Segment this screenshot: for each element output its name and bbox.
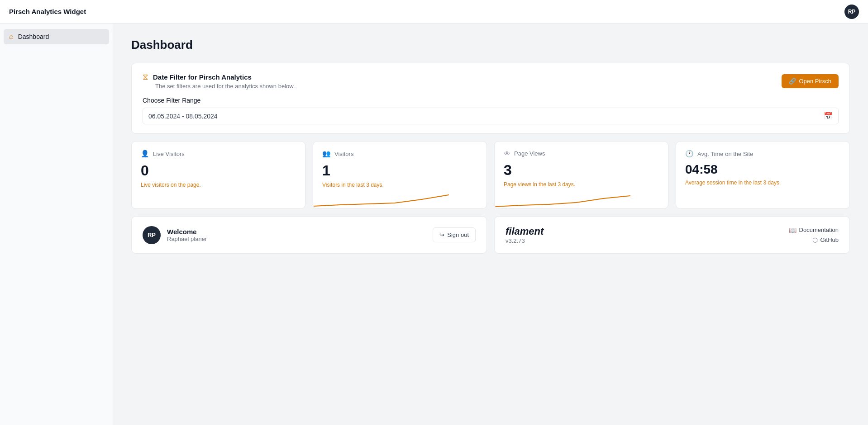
visitors-chart <box>313 190 449 208</box>
stat-label-row-visitors: 👥 Visitors <box>322 150 477 158</box>
filter-card-subtitle: The set filters are used for the analyti… <box>155 83 295 90</box>
calendar-icon: 📅 <box>824 112 833 120</box>
filament-link-documentation[interactable]: 📖 Documentation <box>789 227 839 234</box>
people-icon: 👥 <box>322 150 331 158</box>
app-title: Pirsch Analytics Widget <box>9 8 86 15</box>
stat-label-row-avgtime: 🕐 Avg. Time on the Site <box>685 150 840 158</box>
filament-version: v3.2.73 <box>506 237 544 244</box>
documentation-label: Documentation <box>799 227 839 233</box>
filament-links: 📖 Documentation ⬡ GitHub <box>789 227 839 244</box>
stat-label-visitors: Visitors <box>334 151 353 157</box>
welcome-text: Welcome Raphael planer <box>167 228 207 242</box>
bottom-row: RP Welcome Raphael planer ↪ Sign out fil… <box>131 216 850 254</box>
filter-title-row: ⧖ Date Filter for Pirsch Analytics <box>143 72 295 82</box>
date-input-row[interactable]: 06.05.2024 - 08.05.2024 📅 <box>143 108 839 124</box>
signout-button[interactable]: ↪ Sign out <box>433 227 476 242</box>
welcome-avatar: RP <box>143 226 161 244</box>
welcome-left: RP Welcome Raphael planer <box>143 226 207 244</box>
stat-value-pageviews: 3 <box>504 162 659 179</box>
user-avatar: RP <box>844 5 859 19</box>
sidebar: ⌂ Dashboard <box>0 24 113 425</box>
filament-card: filament v3.2.73 📖 Documentation ⬡ GitHu… <box>494 216 850 254</box>
github-icon: ⬡ <box>812 236 818 244</box>
person-icon: 👤 <box>141 150 149 158</box>
main-content: Dashboard ⧖ Date Filter for Pirsch Analy… <box>113 24 868 425</box>
stat-value-visitors: 1 <box>322 162 477 179</box>
filament-link-github[interactable]: ⬡ GitHub <box>812 236 839 244</box>
link-icon: 🔗 <box>789 78 796 85</box>
filter-title-block: ⧖ Date Filter for Pirsch Analytics The s… <box>143 72 295 90</box>
stat-card-avg-time: 🕐 Avg. Time on the Site 04:58 Average se… <box>676 141 850 209</box>
stat-card-visitors: 👥 Visitors 1 Visitors in the last 3 days… <box>313 141 487 209</box>
stat-label-pageviews: Page Views <box>514 150 545 157</box>
layout: ⌂ Dashboard Dashboard ⧖ Date Filter for … <box>0 0 868 425</box>
filter-card-header: ⧖ Date Filter for Pirsch Analytics The s… <box>143 72 839 90</box>
open-pirsch-label: Open Pirsch <box>799 78 831 85</box>
stat-value-live: 0 <box>141 162 296 179</box>
stat-card-live-visitors: 👤 Live Visitors 0 Live visitors on the p… <box>131 141 305 209</box>
welcome-card: RP Welcome Raphael planer ↪ Sign out <box>131 216 487 254</box>
stat-desc-live: Live visitors on the page. <box>141 182 296 188</box>
book-icon: 📖 <box>789 227 796 234</box>
date-value: 06.05.2024 - 08.05.2024 <box>148 113 218 120</box>
stat-card-page-views: 👁 Page Views 3 Page views in the last 3 … <box>494 141 668 209</box>
signout-label: Sign out <box>447 231 469 238</box>
stat-desc-avgtime: Average session time in the last 3 days. <box>685 179 840 186</box>
filter-range-label: Choose Filter Range <box>143 97 839 104</box>
clock-icon: 🕐 <box>685 150 694 158</box>
filament-left: filament v3.2.73 <box>506 226 544 244</box>
stats-row: 👤 Live Visitors 0 Live visitors on the p… <box>131 141 850 209</box>
filament-name: filament <box>506 226 544 237</box>
stat-value-avgtime: 04:58 <box>685 162 840 177</box>
stat-label-row-live: 👤 Live Visitors <box>141 150 296 158</box>
github-label: GitHub <box>820 236 839 243</box>
signout-icon: ↪ <box>439 231 444 238</box>
sidebar-item-dashboard[interactable]: ⌂ Dashboard <box>4 29 109 44</box>
open-pirsch-button[interactable]: 🔗 Open Pirsch <box>782 74 839 88</box>
page-title: Dashboard <box>131 38 850 52</box>
topnav: Pirsch Analytics Widget RP <box>0 0 868 24</box>
stat-desc-visitors: Visitors in the last 3 days. <box>322 182 477 188</box>
welcome-heading: Welcome <box>167 228 207 236</box>
stat-desc-pageviews: Page views in the last 3 days. <box>504 181 659 188</box>
stat-label-row-pageviews: 👁 Page Views <box>504 150 659 157</box>
welcome-username: Raphael planer <box>167 236 207 242</box>
stat-label-avgtime: Avg. Time on the Site <box>697 151 753 157</box>
sidebar-item-label: Dashboard <box>18 33 49 40</box>
filter-card-title: Date Filter for Pirsch Analytics <box>153 73 252 81</box>
filter-card: ⧖ Date Filter for Pirsch Analytics The s… <box>131 63 850 134</box>
eye-icon: 👁 <box>504 150 510 157</box>
home-icon: ⌂ <box>9 33 14 41</box>
stat-label-live: Live Visitors <box>153 151 185 157</box>
pageviews-chart <box>495 190 630 208</box>
filter-sliders-icon: ⧖ <box>143 72 148 82</box>
